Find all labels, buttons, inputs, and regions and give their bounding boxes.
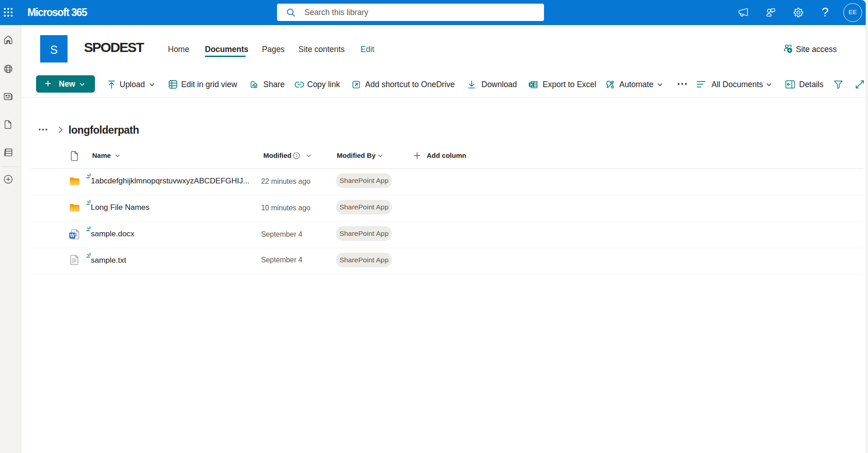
svg-text:W: W bbox=[70, 233, 74, 238]
